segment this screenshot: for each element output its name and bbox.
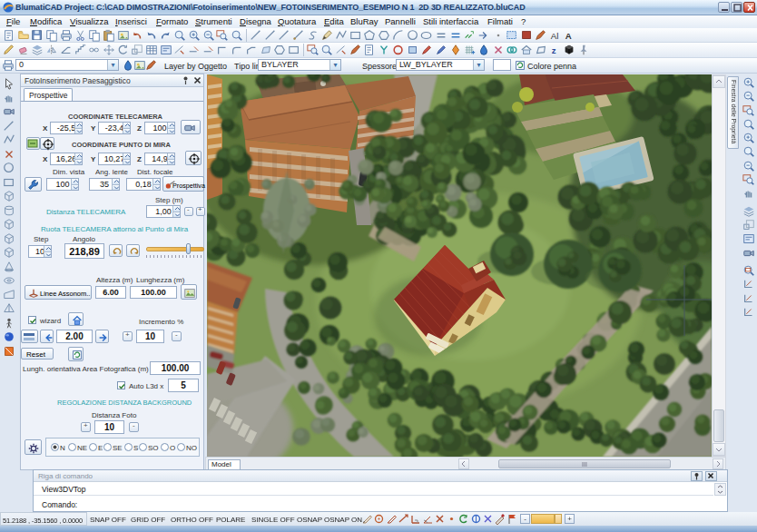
svg-text:z: z xyxy=(552,45,556,55)
svg-text:Al: Al xyxy=(551,31,559,41)
svg-text:A: A xyxy=(565,31,572,41)
